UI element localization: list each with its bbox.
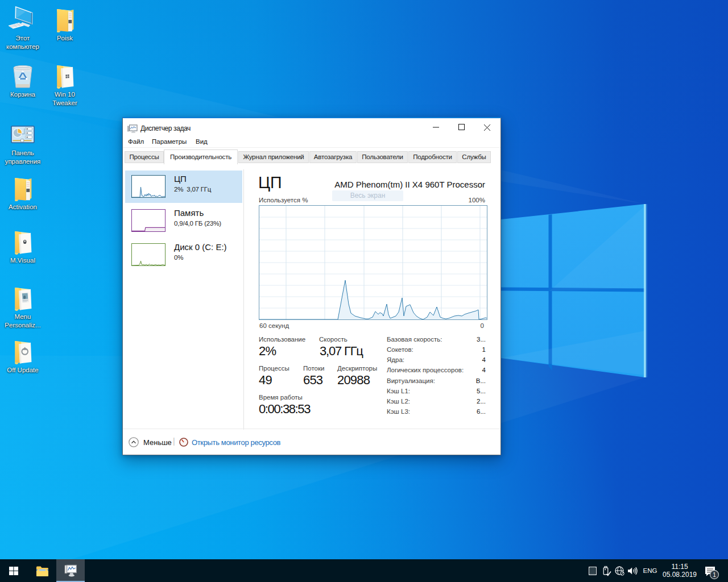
svg-text:1: 1: [713, 572, 716, 578]
